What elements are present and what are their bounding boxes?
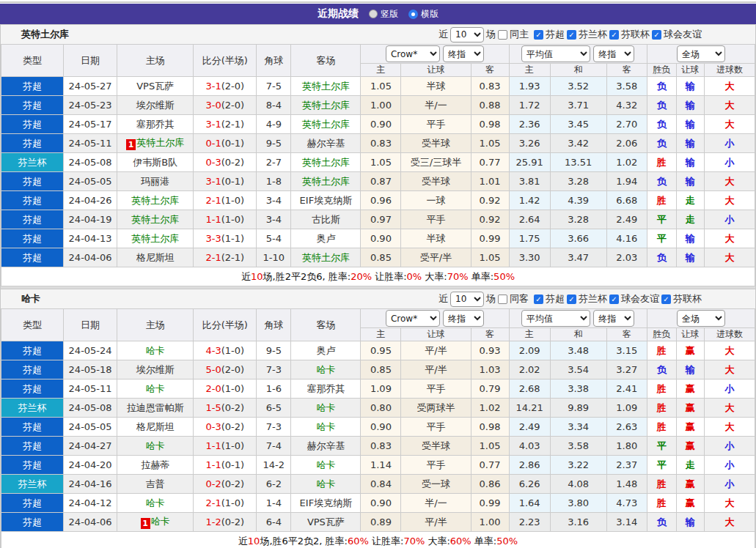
match-count-select[interactable]: 10 xyxy=(450,292,484,307)
league-checkbox[interactable]: ✓ xyxy=(534,30,543,40)
sub-handicap-result: 让球 xyxy=(676,328,704,341)
home-team-name[interactable]: 埃尔维斯 xyxy=(136,100,175,111)
halftime-score: (2-1) xyxy=(221,119,244,130)
league-checkbox[interactable]: ✓ xyxy=(609,295,619,304)
match-row: 芬超24-04-19英特土尔库1-1(1-0)3-4古比斯0.97平手0.922… xyxy=(1,210,755,229)
home-team-name[interactable]: 哈卡 xyxy=(146,497,165,508)
away-team-cell: 奥卢 xyxy=(291,229,361,248)
bookmaker-select[interactable]: Crow* xyxy=(386,45,440,62)
away-team-name[interactable]: 奥卢 xyxy=(316,233,335,244)
away-team-name[interactable]: 英特土尔库 xyxy=(302,100,350,111)
home-team-name[interactable]: 吉普 xyxy=(146,478,165,489)
league-checkbox[interactable]: ✓ xyxy=(567,30,576,40)
away-team-name[interactable]: VPS瓦萨 xyxy=(307,516,345,527)
away-team-name[interactable]: 英特土尔库 xyxy=(302,252,350,263)
layout-radio-horizontal[interactable]: 横版 xyxy=(408,8,438,21)
away-team-cell: EIF埃克纳斯 xyxy=(291,191,361,210)
home-team-name[interactable]: 伊韦斯B队 xyxy=(133,157,177,168)
final-odds-select-2[interactable]: 终指 xyxy=(593,45,634,62)
result-cell: 负 xyxy=(647,360,676,379)
handicap-odds-cell: 半球 xyxy=(401,77,471,96)
home-team-name[interactable]: 英特土尔库 xyxy=(136,137,184,148)
away-team-name[interactable]: EIF埃克纳斯 xyxy=(300,195,353,206)
away-team-name[interactable]: 英特土尔库 xyxy=(302,81,350,92)
home-team-name[interactable]: 哈卡 xyxy=(151,516,170,527)
league-checkbox[interactable]: ✓ xyxy=(661,295,671,304)
home-team-name[interactable]: 埃尔维斯 xyxy=(136,364,175,375)
home-team-name[interactable]: 格尼斯坦 xyxy=(136,252,175,263)
corner-cell: 7-4 xyxy=(257,437,291,456)
radio-off-icon[interactable] xyxy=(369,10,378,18)
summary-segment: 10 xyxy=(251,271,263,282)
home-team-name[interactable]: VPS瓦萨 xyxy=(136,81,174,92)
col-home: 主场 xyxy=(117,309,194,341)
away-team-name[interactable]: 塞那乔其 xyxy=(307,383,345,394)
away-team-name[interactable]: 哈卡 xyxy=(316,402,335,413)
home-team-name[interactable]: 拉赫蒂 xyxy=(141,459,169,470)
home-team-name[interactable]: 哈卡 xyxy=(146,345,165,356)
average-select[interactable]: 平均值 xyxy=(521,45,590,62)
away-team-name[interactable]: 哈卡 xyxy=(316,364,335,375)
fulltime-score: 1-1 xyxy=(205,214,221,225)
league-checkbox[interactable]: ✓ xyxy=(534,295,543,304)
away-team-name[interactable]: 赫尔辛基 xyxy=(307,440,345,451)
match-count-select[interactable]: 10 xyxy=(450,27,484,42)
same-venue-checkbox[interactable] xyxy=(498,30,507,40)
summary-segment: 近 xyxy=(238,536,248,547)
bookmaker-select[interactable]: Crow* xyxy=(386,310,440,327)
home-team-name[interactable]: 格尼斯坦 xyxy=(136,421,175,432)
team-name: 哈卡 xyxy=(21,292,40,306)
result-cell: 平 xyxy=(647,229,676,248)
corner-cell: 4-9 xyxy=(257,115,291,134)
average-select[interactable]: 平均值 xyxy=(521,310,590,327)
away-team-name[interactable]: 哈卡 xyxy=(316,478,335,489)
home-team-name[interactable]: 哈卡 xyxy=(146,383,165,394)
away-team-name[interactable]: 赫尔辛基 xyxy=(307,138,345,149)
final-odds-select[interactable]: 终指 xyxy=(443,310,484,327)
home-team-name[interactable]: 玛丽港 xyxy=(141,176,169,187)
league-checkbox[interactable]: ✓ xyxy=(567,295,576,304)
result-cell: 负 xyxy=(647,172,676,191)
home-team-name[interactable]: 拉迪恩雷帕斯 xyxy=(127,402,184,413)
score-cell: 2-1(2-1) xyxy=(194,248,257,267)
home-team-name[interactable]: 英特土尔库 xyxy=(131,214,179,225)
home-team-name[interactable]: 哈卡 xyxy=(146,440,165,451)
handicap-odds-cell: 1.09 xyxy=(361,379,401,399)
away-team-cell: 哈卡 xyxy=(291,456,361,475)
home-team-name[interactable]: 英特土尔库 xyxy=(131,195,179,206)
final-odds-select-2[interactable]: 终指 xyxy=(593,310,634,327)
league-checkbox[interactable]: ✓ xyxy=(652,30,661,40)
fulltime-select[interactable]: 全场 xyxy=(677,45,725,62)
result-cell: 小 xyxy=(704,134,755,153)
result-cell: 大 xyxy=(704,191,755,210)
away-team-name[interactable]: 古比斯 xyxy=(312,214,340,225)
away-team-name[interactable]: 英特土尔库 xyxy=(302,119,350,130)
layout-radio-vertical[interactable]: 竖版 xyxy=(369,8,398,21)
same-venue-checkbox[interactable] xyxy=(498,295,507,304)
handicap-odds-cell: 半/一 xyxy=(401,494,471,513)
away-team-name[interactable]: 奥卢 xyxy=(316,345,335,356)
handicap-odds-cell: 平手 xyxy=(401,418,471,437)
home-team-name[interactable]: 塞那乔其 xyxy=(136,119,175,130)
date-cell: 24-04-19 xyxy=(64,210,117,229)
away-team-name[interactable]: 英特土尔库 xyxy=(302,157,350,168)
home-team-name[interactable]: 英特土尔库 xyxy=(131,233,179,244)
average-odds-cell: 3.28 xyxy=(550,210,606,229)
away-team-name[interactable]: 哈卡 xyxy=(316,459,335,470)
handicap-odds-cell: 一球 xyxy=(401,191,471,210)
away-team-name[interactable]: EIF埃克纳斯 xyxy=(300,497,353,508)
fulltime-select[interactable]: 全场 xyxy=(677,310,725,327)
average-odds-cell: 9.89 xyxy=(550,399,606,418)
result-cell: 大 xyxy=(704,513,755,532)
league-checkbox[interactable]: ✓ xyxy=(609,30,619,40)
away-team-name[interactable]: 哈卡 xyxy=(316,421,335,432)
radio-on-icon[interactable] xyxy=(408,10,418,19)
away-team-name[interactable]: 英特土尔库 xyxy=(302,176,350,187)
handicap-odds-cell: 受半球 xyxy=(401,134,471,153)
final-odds-select[interactable]: 终指 xyxy=(443,45,484,62)
handicap-odds-cell: 0.83 xyxy=(471,77,509,96)
result-cell: 输 xyxy=(676,360,704,379)
date-cell: 24-04-12 xyxy=(64,494,117,513)
league-checkbox-label: 芬超 xyxy=(546,28,565,41)
match-row: 芬超24-05-27VPS瓦萨3-1(2-0)7-5英特土尔库1.05半球0.8… xyxy=(1,77,755,96)
